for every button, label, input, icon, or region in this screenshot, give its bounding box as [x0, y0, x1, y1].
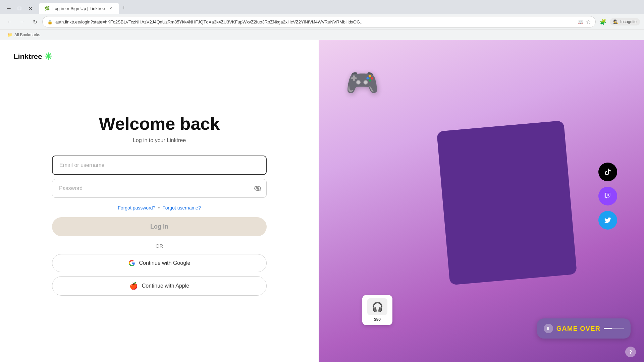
- reload-button[interactable]: ↻: [30, 16, 40, 27]
- pause-icon: ⏸: [544, 324, 553, 333]
- password-wrapper: [52, 179, 267, 198]
- new-tab-button[interactable]: +: [119, 3, 128, 13]
- purple-rectangle: [437, 120, 577, 285]
- bookmarks-folder-icon: 📁: [7, 33, 12, 37]
- apple-icon: 🍎: [129, 282, 138, 290]
- google-button-label: Continue with Google: [139, 260, 191, 266]
- right-panel: 🎮 🎧 $80: [319, 40, 644, 362]
- browser-titlebar: ─ □ ✕ 🌿 Log in or Sign Up | Linktree × +: [0, 0, 644, 14]
- incognito-label: Incognito: [620, 19, 637, 24]
- login-panel: Linktree ✳ Welcome back Log in to your L…: [0, 40, 319, 362]
- product-price: $80: [366, 317, 389, 322]
- password-form-group: [52, 179, 267, 198]
- address-text: auth.linktr.ee/login?state=hKFo2SBLVTczN…: [55, 19, 575, 24]
- page-container: Linktree ✳ Welcome back Log in to your L…: [0, 40, 644, 362]
- address-bar[interactable]: 🔒 auth.linktr.ee/login?state=hKFo2SBLVTc…: [42, 16, 596, 27]
- google-icon: [128, 260, 135, 266]
- password-toggle-button[interactable]: [254, 185, 261, 191]
- or-divider: OR: [156, 243, 163, 249]
- twitch-icon: [598, 187, 617, 205]
- tiktok-icon: [598, 163, 617, 181]
- password-input[interactable]: [52, 179, 267, 198]
- logo-link[interactable]: Linktree ✳: [13, 51, 305, 62]
- close-window-button[interactable]: ✕: [25, 4, 35, 13]
- tab-close-button[interactable]: ×: [108, 5, 114, 11]
- login-button[interactable]: Log in: [52, 217, 267, 236]
- lock-icon: 🔒: [47, 19, 53, 24]
- incognito-badge: 🕵 Incognito: [610, 18, 640, 25]
- logo-asterisk-icon: ✳: [44, 51, 52, 62]
- progress-fill: [604, 328, 612, 329]
- controller-illustration: 🎮: [345, 67, 379, 99]
- browser-toolbar: ← → ↻ 🔒 auth.linktr.ee/login?state=hKFo2…: [0, 14, 644, 29]
- incognito-icon: 🕵: [613, 19, 618, 24]
- tab-favicon: 🌿: [44, 6, 50, 11]
- apple-button-label: Continue with Apple: [142, 283, 189, 289]
- window-controls: ─ □ ✕: [4, 4, 35, 13]
- game-over-text: GAME OVER: [556, 325, 600, 333]
- bookmarks-bar: 📁 All Bookmarks: [0, 29, 644, 40]
- email-input[interactable]: [52, 156, 267, 175]
- twitter-icon: [598, 211, 617, 230]
- apple-login-button[interactable]: 🍎 Continue with Apple: [52, 276, 267, 296]
- welcome-title: Welcome back: [99, 114, 220, 133]
- help-button[interactable]: ?: [625, 347, 636, 357]
- product-card: 🎧 $80: [362, 295, 392, 325]
- bookmarks-label: All Bookmarks: [14, 33, 40, 37]
- star-icon[interactable]: ☆: [586, 19, 591, 25]
- tab-title: Log in or Sign Up | Linktree: [52, 6, 105, 11]
- active-tab[interactable]: 🌿 Log in or Sign Up | Linktree ×: [39, 3, 119, 14]
- minimize-button[interactable]: ─: [4, 4, 13, 13]
- welcome-subtitle: Log in to your Linktree: [133, 137, 186, 143]
- forgot-links: Forgot password? • Forgot username?: [118, 205, 201, 210]
- logo-text: Linktree: [13, 52, 42, 61]
- product-image: 🎧: [367, 298, 387, 315]
- forgot-separator: •: [158, 205, 160, 210]
- back-button[interactable]: ←: [4, 16, 15, 27]
- game-over-bubble: ⏸ GAME OVER: [537, 318, 631, 339]
- toolbar-actions: 🧩 🕵 Incognito: [598, 16, 640, 27]
- google-login-button[interactable]: Continue with Google: [52, 254, 267, 272]
- forward-button[interactable]: →: [17, 16, 28, 27]
- tab-bar: 🌿 Log in or Sign Up | Linktree × +: [39, 3, 128, 14]
- forgot-password-link[interactable]: Forgot password?: [118, 205, 155, 210]
- all-bookmarks-button[interactable]: 📁 All Bookmarks: [4, 31, 44, 39]
- logo-area: Linktree ✳: [13, 40, 305, 62]
- extensions-button[interactable]: 🧩: [598, 16, 608, 27]
- reader-icon: 📖: [578, 19, 583, 24]
- forgot-username-link[interactable]: Forgot username?: [162, 205, 201, 210]
- email-form-group: [52, 156, 267, 175]
- progress-bar: [604, 328, 624, 329]
- form-area: Welcome back Log in to your Linktree: [52, 62, 267, 362]
- maximize-button[interactable]: □: [15, 4, 24, 13]
- social-icons-stack: [598, 163, 617, 230]
- browser-chrome: ─ □ ✕ 🌿 Log in or Sign Up | Linktree × +…: [0, 0, 644, 40]
